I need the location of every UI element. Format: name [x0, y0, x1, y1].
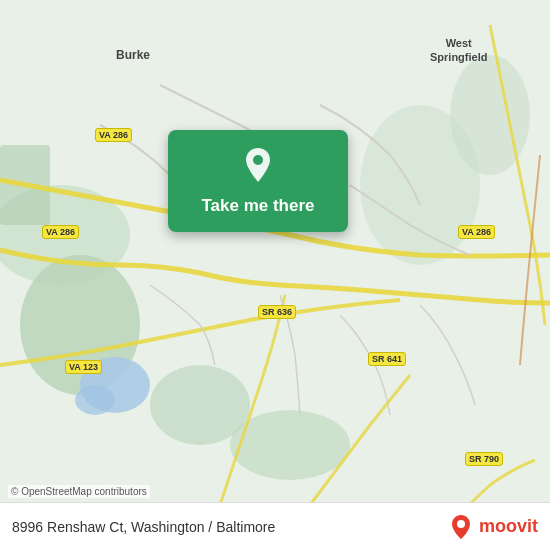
bottom-bar: 8996 Renshaw Ct, Washington / Baltimore …: [0, 502, 550, 550]
svg-point-9: [75, 385, 115, 415]
location-pin-icon: [236, 144, 280, 188]
road-label-sr636: SR 636: [258, 305, 296, 319]
map-background: [0, 0, 550, 550]
take-me-there-button[interactable]: Take me there: [201, 196, 314, 216]
svg-point-10: [253, 155, 263, 165]
map-container: VA 286 VA 286 VA 123 VA 286 SR 636 SR 64…: [0, 0, 550, 550]
road-label-sr641: SR 641: [368, 352, 406, 366]
copyright-text: © OpenStreetMap contributors: [8, 485, 150, 498]
west-springfield-label: WestSpringfield: [430, 36, 487, 65]
svg-point-11: [457, 520, 465, 528]
road-label-va286-right: VA 286: [458, 225, 495, 239]
take-me-there-card[interactable]: Take me there: [168, 130, 348, 232]
burke-label: Burke: [116, 48, 150, 62]
moovit-logo-text: moovit: [479, 516, 538, 537]
road-label-va286-left: VA 286: [42, 225, 79, 239]
road-label-va286-top: VA 286: [95, 128, 132, 142]
svg-point-6: [450, 55, 530, 175]
address-label: 8996 Renshaw Ct, Washington / Baltimore: [12, 519, 275, 535]
road-label-va123: VA 123: [65, 360, 102, 374]
moovit-logo: moovit: [447, 513, 538, 541]
moovit-logo-icon: [447, 513, 475, 541]
road-label-sr790: SR 790: [465, 452, 503, 466]
